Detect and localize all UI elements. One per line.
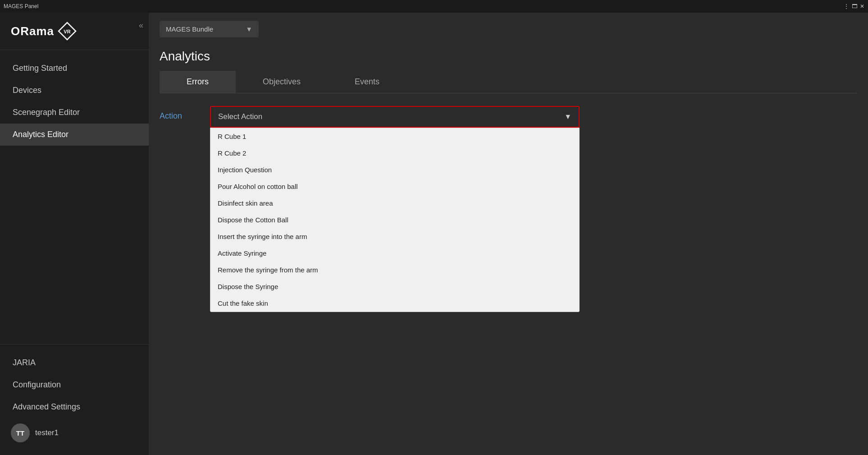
logo-diamond-icon: VR — [58, 22, 77, 41]
sidebar-footer: JARIA Configuration Advanced Settings TT… — [0, 344, 149, 455]
maximize-icon[interactable]: 🗖 — [852, 3, 857, 9]
sidebar-item-analytics-editor[interactable]: Analytics Editor — [0, 124, 149, 146]
top-bar: MAGES Bundle ▼ — [149, 13, 868, 46]
action-dropdown-menu: R Cube 1 R Cube 2 Injection Question Pou… — [210, 128, 580, 312]
title-bar: MAGES Panel ⋮ 🗖 ✕ — [0, 0, 868, 13]
action-option-dispose-syringe[interactable]: Dispose the Syringe — [210, 278, 579, 295]
tab-events[interactable]: Events — [328, 71, 407, 93]
select-action-dropdown[interactable]: Select Action ▼ — [210, 106, 580, 128]
analytics-section: Analytics Errors Objectives Events Actio… — [149, 46, 868, 455]
sidebar-item-advanced-settings[interactable]: Advanced Settings — [0, 396, 149, 418]
action-option-disinfect-skin[interactable]: Disinfect skin area — [210, 195, 579, 211]
sidebar-item-configuration[interactable]: Configuration — [0, 374, 149, 396]
menu-icon[interactable]: ⋮ — [844, 3, 849, 9]
logo-text: ORama — [11, 24, 54, 38]
action-option-insert-syringe[interactable]: Insert the syringe into the arm — [210, 228, 579, 245]
action-option-remove-syringe[interactable]: Remove the syringe from the arm — [210, 262, 579, 278]
select-chevron-down-icon: ▼ — [564, 113, 571, 121]
action-select-wrapper: Select Action ▼ R Cube 1 R Cube 2 Inject… — [210, 106, 580, 128]
content-area: MAGES Bundle ▼ Analytics Errors Objectiv… — [149, 13, 868, 455]
page-title: Analytics — [160, 46, 857, 64]
action-option-cut-fake-skin[interactable]: Cut the fake skin — [210, 295, 579, 312]
main-layout: ORama VR « Getting Started Devices Scene… — [0, 13, 868, 455]
title-bar-title: MAGES Panel — [4, 3, 38, 9]
sidebar: ORama VR « Getting Started Devices Scene… — [0, 13, 149, 455]
user-section: TT tester1 — [0, 418, 149, 448]
sidebar-logo: ORama VR « — [0, 13, 149, 50]
avatar: TT — [11, 423, 30, 442]
user-name: tester1 — [35, 428, 59, 437]
chevron-down-icon: ▼ — [246, 25, 252, 33]
sidebar-item-scenegraph-editor[interactable]: Scenegraph Editor — [0, 101, 149, 124]
action-option-pour-alcohol[interactable]: Pour Alcohol on cotton ball — [210, 178, 579, 195]
sidebar-item-jaria[interactable]: JARIA — [0, 352, 149, 374]
tab-errors[interactable]: Errors — [160, 71, 236, 93]
action-option-r-cube-2[interactable]: R Cube 2 — [210, 145, 579, 161]
sidebar-item-getting-started[interactable]: Getting Started — [0, 57, 149, 79]
collapse-sidebar-icon[interactable]: « — [139, 21, 143, 30]
bundle-dropdown[interactable]: MAGES Bundle ▼ — [160, 21, 259, 37]
sidebar-nav: Getting Started Devices Scenegraph Edito… — [0, 50, 149, 344]
sidebar-item-devices[interactable]: Devices — [0, 79, 149, 101]
action-label: Action — [160, 106, 196, 121]
select-action-placeholder: Select Action — [218, 112, 262, 121]
svg-text:VR: VR — [64, 29, 70, 34]
title-bar-controls: ⋮ 🗖 ✕ — [844, 3, 864, 9]
action-option-r-cube-1[interactable]: R Cube 1 — [210, 128, 579, 145]
close-icon[interactable]: ✕ — [860, 3, 864, 9]
tab-objectives[interactable]: Objectives — [236, 71, 328, 93]
action-area: Action Select Action ▼ R Cube 1 R Cube 2… — [160, 93, 857, 140]
action-option-dispose-cotton-ball[interactable]: Dispose the Cotton Ball — [210, 211, 579, 228]
bundle-dropdown-label: MAGES Bundle — [166, 25, 213, 33]
tabs: Errors Objectives Events — [160, 71, 857, 93]
action-option-activate-syringe[interactable]: Activate Syringe — [210, 245, 579, 262]
action-option-injection-question[interactable]: Injection Question — [210, 161, 579, 178]
